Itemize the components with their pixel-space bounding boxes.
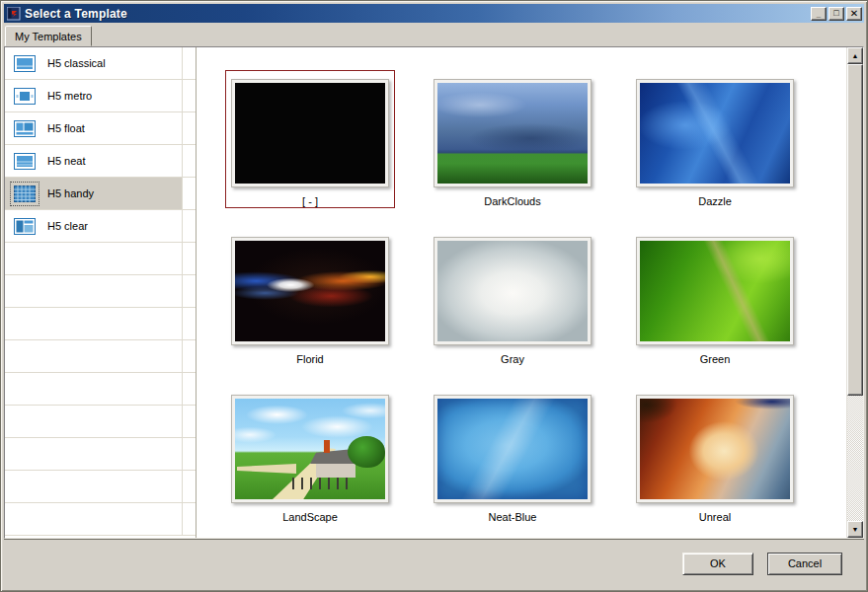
list-item-label: H5 handy <box>47 187 94 199</box>
gallery-item-blank[interactable]: [ - ] <box>225 70 395 208</box>
list-empty-row <box>5 340 196 373</box>
tab-label: My Templates <box>15 31 82 42</box>
landscape-fence <box>292 478 352 489</box>
list-item-label: H5 classical <box>47 57 106 69</box>
landscape-path-fork <box>237 464 296 474</box>
thumbnail-frame <box>434 237 592 345</box>
thumbnail-frame <box>231 79 389 187</box>
thumbnail-blank <box>235 83 385 184</box>
template-classical-icon <box>14 55 36 72</box>
gallery-item-darkclouds[interactable]: DarkClouds <box>428 70 597 208</box>
landscape-tree <box>348 436 385 468</box>
template-handy-icon <box>14 185 36 202</box>
ok-button[interactable]: OK <box>682 553 753 575</box>
gallery-item-label: DarkClouds <box>484 195 540 207</box>
select-template-dialog: Select a Template _ □ ✕ My Templates <box>0 0 868 592</box>
list-item-selected[interactable]: H5 handy <box>5 178 196 210</box>
list-empty-row <box>5 406 196 438</box>
template-gallery: [ - ] DarkClouds Dazzle Florid Gray Gree <box>197 47 846 538</box>
minimize-button[interactable]: _ <box>811 7 827 21</box>
gallery-item-label: Florid <box>296 353 324 365</box>
list-empty-row <box>5 438 196 471</box>
thumbnail-darkclouds <box>437 83 588 184</box>
gallery-item-label: Green <box>700 353 731 365</box>
maximize-button[interactable]: □ <box>829 7 844 21</box>
list-item[interactable]: H5 neat <box>5 145 196 178</box>
template-list: H5 classical H5 metro <box>5 47 197 538</box>
thumbnail-frame <box>636 79 794 187</box>
list-empty-row <box>5 308 196 340</box>
thumbnail-gray <box>437 241 588 341</box>
thumbnail-frame <box>434 395 592 503</box>
gallery-item-label: Unreal <box>699 511 731 523</box>
thumbnail-frame <box>636 395 794 503</box>
gallery-item-label: Dazzle <box>698 195 732 207</box>
list-item-label: H5 clear <box>47 220 88 232</box>
thumbnail-green <box>640 241 790 341</box>
list-item[interactable]: H5 clear <box>5 210 196 243</box>
scrollbar-thumb[interactable] <box>847 64 863 396</box>
template-float-icon <box>14 120 36 137</box>
gallery-item-dazzle[interactable]: Dazzle <box>630 70 800 208</box>
tab-content: H5 classical H5 metro <box>4 46 864 539</box>
template-clear-icon <box>14 218 36 235</box>
up-arrow-icon: ▲ <box>852 52 859 59</box>
landscape-house <box>316 463 355 478</box>
list-empty-row <box>5 275 196 308</box>
minimize-icon: _ <box>817 11 821 19</box>
maximize-icon: □ <box>833 9 838 18</box>
thumbnail-neatblue <box>437 399 588 499</box>
list-item-label: H5 float <box>47 122 85 134</box>
gallery-item-label: Gray <box>501 353 524 365</box>
list-empty-row <box>5 471 196 503</box>
gallery-item-landscape[interactable]: LandScape <box>225 386 395 524</box>
list-item[interactable]: H5 metro <box>5 80 196 112</box>
thumbnail-landscape <box>235 399 385 499</box>
thumbnail-frame <box>636 237 794 345</box>
list-item[interactable]: H5 float <box>5 112 196 145</box>
list-empty-row <box>5 373 196 406</box>
scroll-up-button[interactable]: ▲ <box>847 47 863 64</box>
thumbnail-frame <box>231 237 389 345</box>
scroll-down-button[interactable]: ▼ <box>847 521 863 538</box>
list-empty-row <box>5 503 196 536</box>
tab-my-templates[interactable]: My Templates <box>5 26 92 46</box>
gallery-item-label: [ - ] <box>302 195 318 207</box>
thumbnail-frame <box>231 395 389 503</box>
list-item-label: H5 neat <box>47 155 86 167</box>
list-item-label: H5 metro <box>47 90 92 102</box>
thumbnail-unreal <box>640 399 790 499</box>
template-metro-icon <box>14 88 36 105</box>
down-arrow-icon: ▼ <box>852 526 859 533</box>
list-empty-row <box>5 243 196 275</box>
thumbnail-florid <box>235 241 385 341</box>
gallery-item-green[interactable]: Green <box>630 228 800 366</box>
window-title: Select a Template <box>25 7 811 21</box>
scrollbar-track[interactable] <box>847 396 863 521</box>
thumbnail-frame <box>434 79 592 187</box>
landscape-chimney <box>324 440 330 453</box>
dialog-footer: OK Cancel <box>4 539 864 588</box>
gallery-item-gray[interactable]: Gray <box>428 228 597 366</box>
thumbnail-dazzle <box>640 83 790 184</box>
list-item[interactable]: H5 classical <box>5 47 196 80</box>
app-icon <box>7 7 21 21</box>
template-neat-icon <box>14 153 36 170</box>
gallery-item-unreal[interactable]: Unreal <box>630 386 800 524</box>
title-bar[interactable]: Select a Template _ □ ✕ <box>4 4 864 23</box>
close-icon: ✕ <box>850 9 858 19</box>
gallery-item-neatblue[interactable]: Neat-Blue <box>428 386 597 524</box>
gallery-item-label: LandScape <box>282 511 338 523</box>
gallery-item-label: Neat-Blue <box>489 511 537 523</box>
gallery-item-florid[interactable]: Florid <box>225 228 395 366</box>
vertical-scrollbar: ▲ ▼ <box>846 47 863 538</box>
close-button[interactable]: ✕ <box>846 7 862 21</box>
tab-strip: My Templates <box>4 23 864 46</box>
cancel-button[interactable]: Cancel <box>767 553 842 575</box>
